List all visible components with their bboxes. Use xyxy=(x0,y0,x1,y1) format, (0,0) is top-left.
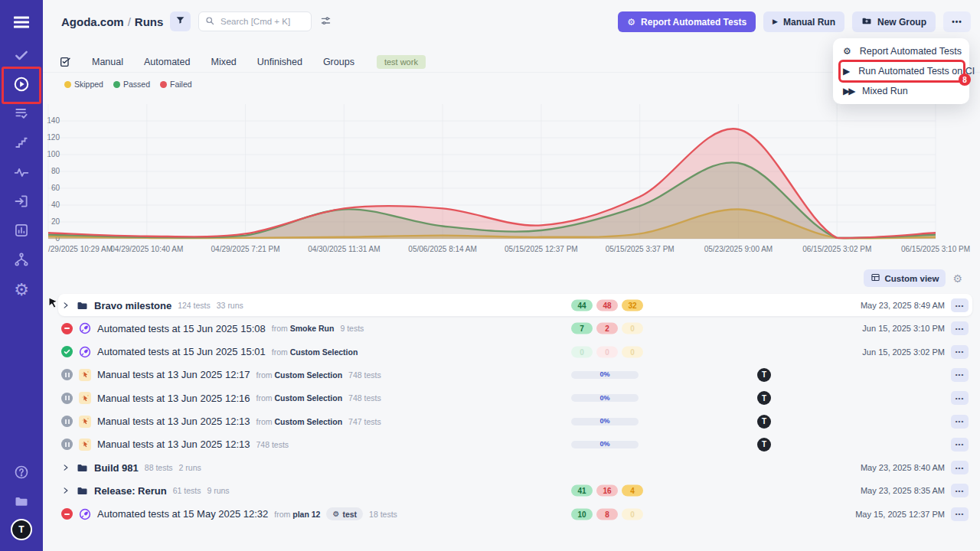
bot-gear-icon: ⚙ xyxy=(627,17,635,28)
fast-forward-icon: ▶▶ xyxy=(843,86,854,96)
assignee-avatar[interactable]: T xyxy=(757,391,771,405)
legend-item-skipped[interactable]: Skipped xyxy=(64,80,103,89)
sidebar-item-projects[interactable] xyxy=(12,492,31,510)
report-automated-tests-button[interactable]: ⚙ Report Automated Tests xyxy=(618,11,756,32)
tab-unfinished[interactable]: Unfinished xyxy=(257,57,302,67)
legend-item-passed[interactable]: Passed xyxy=(113,80,150,89)
run-title[interactable]: Automated tests at 15 Jun 2025 15:08 xyxy=(97,323,266,334)
progress-bar: 0% xyxy=(571,441,639,448)
chevron-right-icon[interactable] xyxy=(61,464,70,471)
run-group-title[interactable]: Build 981 xyxy=(94,462,139,474)
row-menu-button[interactable]: ••• xyxy=(951,321,969,335)
row-menu-button[interactable]: ••• xyxy=(951,368,969,382)
select-runs-icon[interactable] xyxy=(59,56,71,68)
group-tests-count: 61 tests xyxy=(173,486,201,495)
sidebar-item-runs[interactable] xyxy=(12,75,31,93)
run-title[interactable]: Manual tests at 13 Jun 2025 12:17 xyxy=(97,369,250,380)
run-group-title[interactable]: Release: Rerun xyxy=(94,485,167,497)
assignee-avatar[interactable]: T xyxy=(757,438,771,452)
failed-count-badge: 16 xyxy=(596,485,618,497)
hamburger-menu-icon[interactable] xyxy=(12,13,31,31)
menu-item-run-automated-tests-on-ci[interactable]: ▶ Run Automated Tests on CI xyxy=(833,61,969,81)
menu-item-mixed-run[interactable]: ▶▶ Mixed Run xyxy=(833,81,969,101)
tag-test-work[interactable]: test work xyxy=(377,55,426,69)
legend-dot xyxy=(113,81,120,88)
sidebar-item-import[interactable] xyxy=(12,192,31,210)
row-menu-button[interactable]: ••• xyxy=(951,391,969,405)
table-row[interactable]: Automated tests at 15 May 2025 12:32from… xyxy=(43,503,980,526)
assignee-avatar[interactable]: T xyxy=(757,415,771,429)
legend-item-failed[interactable]: Failed xyxy=(160,80,192,89)
bot-gear-icon: ⚙ xyxy=(843,46,851,57)
run-tests-count: 747 tests xyxy=(348,417,381,426)
run-tests-count: 748 tests xyxy=(348,370,381,380)
table-row[interactable]: Manual tests at 13 Jun 2025 12:17from Cu… xyxy=(43,364,980,386)
tab-mixed[interactable]: Mixed xyxy=(211,57,236,67)
run-source: from Custom Selection xyxy=(256,393,342,403)
manual-run-button[interactable]: ▶ Manual Run xyxy=(763,11,844,32)
row-menu-button[interactable]: ••• xyxy=(951,438,969,452)
run-title[interactable]: Automated tests at 15 May 2025 12:32 xyxy=(97,508,268,520)
row-title-cluster: Manual tests at 13 Jun 2025 12:13748 tes… xyxy=(61,433,289,456)
row-menu-button[interactable]: ••• xyxy=(951,484,969,497)
chevron-right-icon[interactable] xyxy=(61,487,70,494)
row-menu-button[interactable]: ••• xyxy=(951,345,969,359)
manual-run-icon xyxy=(79,416,91,428)
breadcrumb-project[interactable]: Agoda.com xyxy=(61,15,124,28)
run-title[interactable]: Manual tests at 13 Jun 2025 12:13 xyxy=(97,439,250,450)
run-tag-badge[interactable]: ⚙test xyxy=(326,507,363,520)
tab-manual[interactable]: Manual xyxy=(92,57,123,67)
run-title[interactable]: Automated tests at 15 Jun 2025 15:01 xyxy=(97,346,266,357)
table-row[interactable]: Manual tests at 13 Jun 2025 12:13from Cu… xyxy=(43,410,980,433)
run-source: from Custom Selection xyxy=(256,370,342,380)
svg-text:60: 60 xyxy=(51,184,60,192)
filter-button[interactable] xyxy=(170,11,191,31)
svg-text:140: 140 xyxy=(47,116,60,125)
table-row[interactable]: Manual tests at 13 Jun 2025 12:16from Cu… xyxy=(43,386,980,409)
progress-bar: 0% xyxy=(571,418,639,425)
row-menu-button[interactable]: ••• xyxy=(951,298,969,312)
table-row[interactable]: Bravo milestone124 tests33 runs444832May… xyxy=(43,294,980,317)
more-actions-button[interactable]: ••• xyxy=(943,11,971,32)
run-title[interactable]: Manual tests at 13 Jun 2025 12:13 xyxy=(97,416,250,427)
automated-run-icon xyxy=(79,508,91,520)
table-row[interactable]: Release: Rerun61 tests9 runs41164May 23,… xyxy=(43,479,980,502)
table-row[interactable]: Automated tests at 15 Jun 2025 15:08from… xyxy=(43,317,980,340)
annotation-badge: 8 xyxy=(959,73,971,86)
row-menu-button[interactable]: ••• xyxy=(951,415,969,429)
sidebar-item-pulse[interactable] xyxy=(12,163,31,181)
sidebar-item-analytics[interactable] xyxy=(12,221,31,240)
table-row[interactable]: Manual tests at 13 Jun 2025 12:13748 tes… xyxy=(43,433,980,456)
row-menu-button[interactable]: ••• xyxy=(951,461,969,474)
sidebar-item-milestones[interactable] xyxy=(12,133,31,152)
sidebar-item-test-plans[interactable] xyxy=(12,104,31,122)
tab-groups[interactable]: Groups xyxy=(323,57,354,67)
menu-item-report-automated-tests[interactable]: ⚙ Report Automated Tests xyxy=(833,41,969,61)
tab-automated[interactable]: Automated xyxy=(144,57,190,67)
sidebar-item-help[interactable] xyxy=(12,463,31,481)
table-row[interactable]: Automated tests at 15 Jun 2025 15:01from… xyxy=(43,341,980,364)
run-title[interactable]: Manual tests at 13 Jun 2025 12:16 xyxy=(97,393,250,404)
passed-count-badge: 10 xyxy=(571,508,593,520)
row-menu-button[interactable]: ••• xyxy=(951,507,969,521)
legend-dot xyxy=(160,81,167,88)
app-root: ⚙ T Agoda.com/Runs ⚙ Report Automated Te… xyxy=(0,0,980,551)
new-group-button[interactable]: New Group xyxy=(852,11,936,32)
run-date: May 23, 2025 8:35 AM xyxy=(861,486,945,495)
sidebar-item-branches[interactable] xyxy=(12,250,31,269)
workspace-avatar[interactable]: T xyxy=(11,519,32,540)
table-settings-gear-icon[interactable]: ⚙ xyxy=(952,273,962,284)
filter-settings-icon[interactable] xyxy=(320,15,332,30)
sidebar-item-tests[interactable] xyxy=(12,46,31,64)
svg-text:06/15/2025 3:02 PM: 06/15/2025 3:02 PM xyxy=(802,245,871,253)
table-row[interactable]: Build 98188 tests2 runsMay 23, 2025 8:40… xyxy=(43,456,980,479)
sidebar-item-settings[interactable]: ⚙ xyxy=(12,280,31,298)
assignee-avatar[interactable]: T xyxy=(757,368,771,382)
chevron-right-icon[interactable] xyxy=(61,302,70,309)
svg-text:06/15/2025 3:10 PM: 06/15/2025 3:10 PM xyxy=(901,245,970,253)
custom-view-button[interactable]: Custom view xyxy=(864,269,946,287)
run-source: from plan 12 xyxy=(274,510,320,519)
run-group-title[interactable]: Bravo milestone xyxy=(94,300,172,311)
search-input[interactable] xyxy=(219,16,305,27)
svg-text:05/15/2025 3:37 PM: 05/15/2025 3:37 PM xyxy=(606,245,675,253)
